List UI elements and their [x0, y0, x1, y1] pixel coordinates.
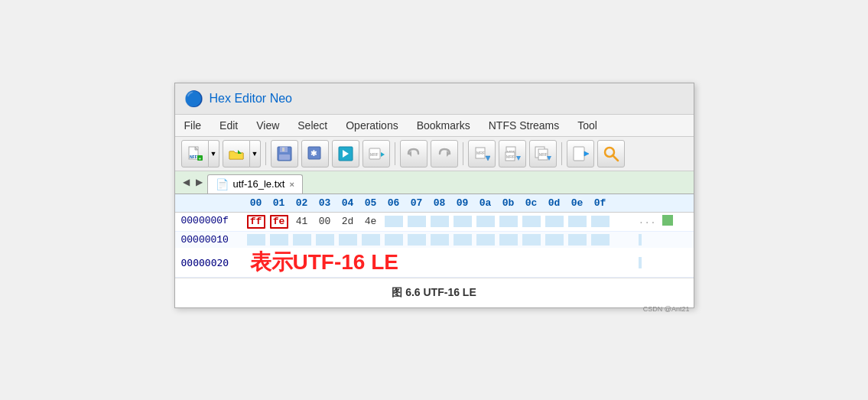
new-file-dropdown-arrow[interactable]: ▼ [209, 140, 219, 167]
byte-0-3[interactable]: 00 [316, 216, 334, 227]
byte-0-11[interactable] [499, 216, 518, 227]
import-btn[interactable]: MRF [362, 140, 390, 167]
tab-next-btn[interactable]: ▶ [194, 175, 204, 189]
byte-0-15[interactable] [591, 216, 610, 227]
tab-file-icon: 📄 [216, 178, 229, 190]
hex-header-row: 00 01 02 03 04 05 06 07 08 09 0a 0b 0c 0… [175, 194, 694, 213]
svg-rect-9 [279, 154, 290, 160]
svg-rect-31 [574, 147, 584, 161]
hex-editor-area: 00 01 02 03 04 05 06 07 08 09 0a 0b 0c 0… [175, 194, 694, 278]
bytes-0: ff fe 41 00 2d 4e [244, 215, 632, 229]
byte-0-0[interactable]: ff [247, 215, 265, 229]
big-text-label: 表示UTF-16 LE [247, 248, 398, 277]
byte-1-13[interactable] [545, 234, 564, 246]
text-0: ... [632, 215, 694, 229]
svg-text:✱: ✱ [310, 149, 317, 158]
byte-1-1[interactable] [270, 234, 288, 246]
svg-text:+: + [198, 156, 201, 161]
tab-bar: ◀ ▶ 📄 utf-16_le.txt × [175, 171, 694, 194]
byte-0-9[interactable] [454, 216, 472, 227]
byte-0-6[interactable] [385, 216, 403, 227]
open-file-dropdown-arrow[interactable]: ▼ [250, 140, 261, 167]
export2-btn[interactable] [567, 140, 594, 167]
menu-bookmarks[interactable]: Bookmarks [414, 118, 473, 133]
text-1 [632, 234, 694, 246]
offset-2: 00000020 [175, 255, 244, 271]
svg-rect-8 [282, 148, 284, 151]
tab-close-btn[interactable]: × [289, 180, 294, 189]
svg-text:MRF: MRF [370, 152, 379, 157]
offset-header [175, 197, 244, 209]
hex-row-1: 00000010 [175, 232, 694, 248]
byte-1-12[interactable] [522, 234, 541, 246]
byte-header-0d: 0d [545, 197, 564, 209]
svg-marker-16 [381, 152, 385, 157]
svg-line-34 [613, 155, 618, 161]
export-btn[interactable] [332, 140, 359, 167]
save-btn[interactable] [271, 140, 298, 167]
menu-operations[interactable]: Operations [343, 118, 401, 133]
menu-ntfs-streams[interactable]: NTFS Streams [486, 118, 563, 133]
open-file-btn[interactable] [223, 140, 250, 167]
byte-1-14[interactable] [568, 234, 587, 246]
edit2-btn[interactable]: MRF MRF [499, 140, 526, 167]
byte-1-15[interactable] [591, 234, 610, 246]
svg-marker-32 [584, 151, 589, 156]
menu-select[interactable]: Select [294, 118, 330, 133]
byte-1-4[interactable] [339, 234, 357, 246]
byte-header-01: 01 [270, 197, 288, 209]
menu-view[interactable]: View [253, 118, 282, 133]
redo-btn[interactable] [431, 140, 458, 167]
byte-0-4[interactable]: 2d [339, 216, 357, 227]
svg-text:MRF: MRF [506, 154, 515, 159]
svg-marker-5 [238, 150, 242, 154]
byte-header-0c: 0c [522, 197, 541, 209]
byte-1-9[interactable] [454, 234, 472, 246]
byte-1-11[interactable] [499, 234, 518, 246]
menu-tool[interactable]: Tool [574, 118, 600, 133]
byte-0-5[interactable]: 4e [362, 216, 380, 227]
text-dots-2 [639, 257, 642, 268]
undo-btn[interactable] [400, 140, 427, 167]
byte-0-7[interactable] [408, 216, 426, 227]
text-green-0 [662, 215, 673, 226]
tab-prev-btn[interactable]: ◀ [181, 175, 191, 189]
byte-header-0b: 0b [499, 197, 518, 209]
app-icon: 🔵 [184, 89, 203, 108]
tab-utf16le[interactable]: 📄 utf-16_le.txt × [207, 174, 303, 193]
svg-text:MRF: MRF [476, 151, 485, 155]
search-btn[interactable] [597, 140, 625, 167]
offset-1: 00000010 [175, 234, 244, 246]
app-title: Hex Editor Neo [210, 92, 293, 106]
byte-0-12[interactable] [522, 216, 541, 227]
byte-1-0[interactable] [247, 234, 265, 246]
new-file-btn[interactable]: NFFC + [181, 140, 209, 167]
menu-file[interactable]: File [181, 118, 205, 133]
byte-0-10[interactable] [476, 216, 495, 227]
byte-header-00: 00 [247, 197, 265, 209]
byte-header-06: 06 [385, 197, 403, 209]
byte-1-7[interactable] [408, 234, 426, 246]
byte-0-8[interactable] [431, 216, 449, 227]
menu-edit[interactable]: Edit [216, 118, 241, 133]
byte-1-8[interactable] [431, 234, 449, 246]
byte-0-14[interactable] [568, 216, 587, 227]
edit1-btn[interactable]: MRF [468, 140, 496, 167]
save-all-btn[interactable]: ✱ [301, 140, 329, 167]
watermark: CSDN @Ant21 [170, 305, 690, 313]
bytes-header: 00 01 02 03 04 05 06 07 08 09 0a 0b 0c 0… [244, 197, 694, 209]
svg-marker-21 [486, 156, 490, 161]
byte-0-13[interactable] [545, 216, 564, 227]
sep2 [395, 142, 395, 165]
byte-1-2[interactable] [293, 234, 311, 246]
open-file-group: ▼ [223, 140, 261, 167]
byte-1-6[interactable] [385, 234, 403, 246]
byte-1-3[interactable] [316, 234, 334, 246]
byte-0-2[interactable]: 41 [293, 216, 311, 227]
svg-marker-26 [516, 156, 521, 161]
edit3-btn[interactable]: MRF [529, 140, 557, 167]
text-2 [632, 257, 694, 268]
byte-1-5[interactable] [362, 234, 380, 246]
byte-1-10[interactable] [476, 234, 495, 246]
byte-0-1[interactable]: fe [270, 215, 288, 229]
